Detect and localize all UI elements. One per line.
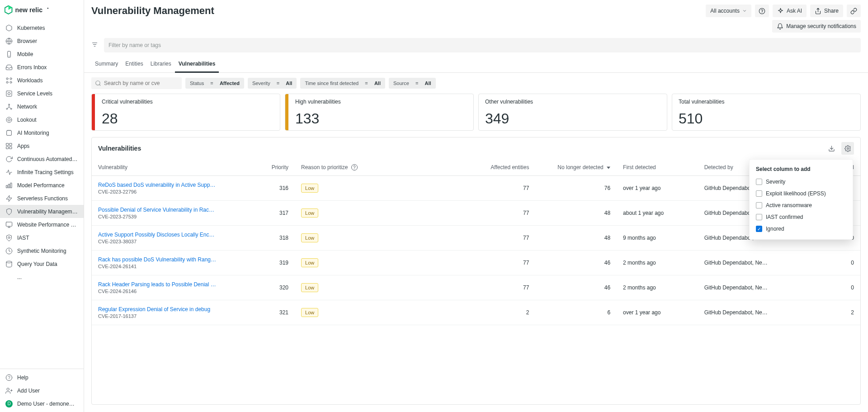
cell-reason: Low [295,300,457,325]
share-button[interactable]: Share [810,5,843,17]
global-filter-bar [84,38,868,57]
col-header-priority[interactable]: Priority [254,159,295,175]
sidebar-item-apps[interactable]: Apps [0,139,84,152]
sidebar-item-query[interactable]: Query Your Data [0,257,84,270]
sidebar-item-more[interactable]: ... [0,270,84,284]
cell-source: GitHub Dependabot, Ne… [698,300,779,325]
table-row[interactable]: Rack has possible DoS Vulnerability with… [92,250,860,275]
cell-ignored: 0 [779,275,860,300]
panel-title: Vulnerabilities [98,145,141,152]
cell-source: GitHub Dependabot, Ne… [698,250,779,275]
sidebar-item-tracing[interactable]: Infinite Tracing Settings [0,166,84,179]
sidebar-item-website-performance[interactable]: Website Performance Mo… [0,218,84,231]
sidebar-item-label: IAST [17,235,29,241]
sidebar-item-continuous-automated[interactable]: Continuous Automated T… [0,152,84,166]
sidebar-item-browser[interactable]: Browser [0,34,84,47]
sidebar-item-service-levels[interactable]: Service Levels [0,87,84,100]
svg-point-32 [8,237,10,238]
vulnerability-link[interactable]: Active Support Possibly Discloses Locall… [98,232,214,238]
summary-card-critical-vulnerabilities[interactable]: Critical vulnerabilities 28 [91,94,280,131]
accounts-dropdown[interactable]: All accounts [706,5,751,17]
sidebar-item-model-performance[interactable]: Model Performance [0,179,84,192]
summary-card-high-vulnerabilities[interactable]: High vulnerabilities 133 [285,94,474,131]
vulnerability-link[interactable]: Rack has possible DoS Vulnerability with… [98,256,216,263]
col-header-reason[interactable]: Reason to prioritize ? [295,159,457,175]
serverless-icon [5,195,13,202]
main-content: Vulnerability Management All accounts As… [84,0,868,412]
table-row[interactable]: Active Support Possibly Discloses Locall… [92,225,860,250]
cell-priority: 317 [254,200,295,225]
brand-logo[interactable]: new relic [0,0,84,21]
sidebar-item-iast[interactable]: IAST [0,231,84,244]
svg-point-14 [6,108,8,109]
sidebar-item-errors-inbox[interactable]: Errors Inbox [0,61,84,74]
notifications-button[interactable]: Manage security notifications [772,20,861,33]
summary-card-total-vulnerabilities[interactable]: Total vulnerabilities 510 [672,94,861,131]
sidebar-item-network[interactable]: Network [0,100,84,113]
table-row[interactable]: Regular Expression Denial of Service in … [92,300,860,325]
column-option-severity[interactable]: Severity [750,176,853,188]
cell-first-detected: 2 months ago [617,275,698,300]
help-tooltip-icon[interactable]: ? [351,164,358,170]
local-search-input[interactable] [91,77,182,89]
apps-icon [5,142,13,150]
user-menu[interactable]: D Demo User - demonewrel… [0,397,84,410]
table-row[interactable]: Possible Denial of Service Vulnerability… [92,200,860,225]
column-option-label: Exploit likelihood (EPSS) [766,190,826,197]
vulnerability-link[interactable]: Regular Expression Denial of Service in … [98,306,210,313]
header-help-button[interactable] [755,5,769,17]
network-icon [5,103,13,110]
tab-summary[interactable]: Summary [91,57,122,73]
sidebar-item-kubernetes[interactable]: Kubernetes [0,21,84,34]
help-icon [5,374,13,381]
cell-priority: 318 [254,225,295,250]
filter-pill-source[interactable]: Source = All [389,78,436,89]
table-row[interactable]: ReDoS based DoS vulnerability in Active … [92,175,860,200]
ask-ai-button[interactable]: Ask AI [773,5,807,17]
sidebar-item-label: Errors Inbox [17,64,47,71]
tab-entities[interactable]: Entities [122,57,146,73]
filter-pill-time-since-first-detected[interactable]: Time since first detected = All [300,78,385,89]
add-user-link[interactable]: Add User [0,384,84,397]
svg-text:new relic: new relic [15,6,43,14]
column-option-iast-confirmed[interactable]: IAST confirmed [750,211,853,223]
sidebar-item-mobile[interactable]: Mobile [0,47,84,61]
sidebar-item-workloads[interactable]: Workloads [0,74,84,87]
sidebar-item-vulnerability[interactable]: Vulnerability Management [0,205,84,218]
sidebar-item-lookout[interactable]: Lookout [0,113,84,126]
vulnerability-link[interactable]: ReDoS based DoS vulnerability in Active … [98,182,215,188]
column-settings-button[interactable] [841,142,854,155]
help-link[interactable]: Help [0,371,84,384]
sidebar-item-synthetic[interactable]: Synthetic Monitoring [0,244,84,257]
table-scroll[interactable]: Vulnerability Priority Reason to priorit… [92,159,860,404]
vulnerabilities-panel: Vulnerabilities Select column to add Sev… [91,137,861,405]
tab-vulnerabilities[interactable]: Vulnerabilities [175,57,219,73]
global-filter-input[interactable] [104,38,861,52]
column-option-active-ransomware[interactable]: Active ransomware [750,199,853,211]
page-header: Vulnerability Management All accounts As… [84,0,868,17]
column-option-exploit-likelihood-epss-[interactable]: Exploit likelihood (EPSS) [750,188,853,199]
vulnerability-link[interactable]: Possible Denial of Service Vulnerability… [98,207,214,213]
svg-point-8 [10,78,12,80]
filter-pill-status[interactable]: Status = Affected [185,78,244,89]
summary-card-other-vulnerabilities[interactable]: Other vulnerabilities 349 [478,94,667,131]
cve-id: CVE-2023-38037 [98,239,248,244]
filter-funnel-icon[interactable] [91,41,99,49]
filter-pill-severity[interactable]: Severity = All [248,78,297,89]
checkbox-icon [756,202,762,208]
col-header-first-detected[interactable]: First detected [617,159,698,175]
column-option-ignored[interactable]: ✓ Ignored [750,223,853,235]
sidebar-item-serverless[interactable]: Serverless Functions [0,192,84,205]
col-header-nld[interactable]: No longer detected [535,159,617,175]
vulnerability-link[interactable]: Rack Header Parsing leads to Possible De… [98,281,216,288]
col-header-vulnerability[interactable]: Vulnerability [92,159,254,175]
tab-libraries[interactable]: Libraries [147,57,175,73]
share-icon [815,8,821,14]
export-button[interactable] [825,142,838,155]
copy-link-button[interactable] [847,5,861,17]
avatar: D [5,400,13,407]
col-header-entities[interactable]: Affected entities [457,159,535,175]
sidebar-item-ai-monitoring[interactable]: AI Monitoring [0,126,84,139]
sidebar-item-label: Lookout [17,117,37,123]
table-row[interactable]: Rack Header Parsing leads to Possible De… [92,275,860,300]
